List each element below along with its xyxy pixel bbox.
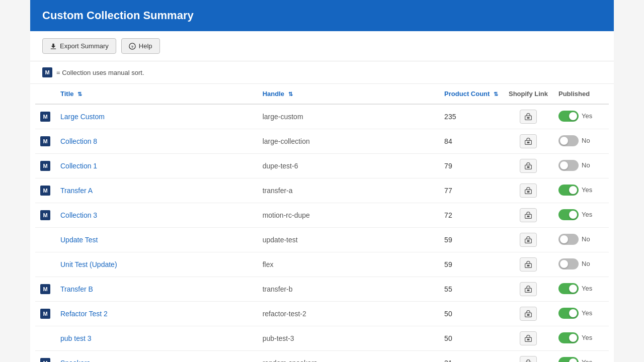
store-icon [524, 359, 532, 362]
row-shopify-link [503, 178, 553, 203]
published-toggle[interactable] [558, 160, 579, 171]
row-shopify-link [503, 228, 553, 252]
toggle-slider[interactable] [558, 308, 579, 319]
legend: M = Collection uses manual sort. [30, 61, 614, 84]
row-handle: refactor-test-2 [258, 302, 439, 326]
published-toggle[interactable] [558, 283, 579, 294]
shopify-link-button[interactable] [520, 110, 537, 124]
row-title[interactable]: Collection 1 [55, 154, 258, 178]
col-header-title[interactable]: Title ⇅ [55, 84, 258, 104]
published-label: Yes [582, 186, 592, 194]
export-button-label: Export Summary [60, 42, 109, 50]
published-toggle-wrap: Yes [558, 357, 592, 363]
toggle-slider[interactable] [558, 332, 579, 343]
row-shopify-link [503, 203, 553, 228]
row-title[interactable]: Transfer B [55, 277, 258, 302]
table-row: MRefactor Test 2refactor-test-250Yes [35, 302, 609, 326]
row-title[interactable]: Refactor Test 2 [55, 302, 258, 326]
published-toggle[interactable] [558, 209, 579, 220]
row-handle: update-test [258, 228, 439, 252]
shopify-link-button[interactable] [520, 356, 537, 362]
row-handle: large-collection [258, 129, 439, 154]
published-toggle-wrap: Yes [558, 209, 592, 220]
toggle-slider[interactable] [558, 258, 579, 269]
svg-rect-20 [527, 314, 530, 316]
svg-rect-16 [527, 265, 530, 266]
toggle-slider[interactable] [558, 234, 579, 245]
row-title[interactable]: Large Custom [55, 104, 258, 129]
row-icon-cell: M [35, 351, 55, 363]
col-header-published: Published [553, 84, 609, 104]
shopify-link-button[interactable] [520, 331, 537, 345]
table-row: Unit Test (Update)flex59No [35, 252, 609, 277]
shopify-link-button[interactable] [520, 184, 537, 198]
row-product-count: 235 [439, 104, 503, 129]
toggle-slider[interactable] [558, 160, 579, 171]
published-label: No [582, 260, 590, 267]
row-product-count: 77 [439, 178, 503, 203]
shopify-link-button[interactable] [520, 282, 537, 296]
table-row: pub test 3pub-test-350Yes [35, 326, 609, 351]
row-published: No [553, 154, 609, 178]
page-header: Custom Collection Summary [30, 0, 614, 31]
row-title[interactable]: Transfer A [55, 178, 258, 203]
row-title[interactable]: pub test 3 [55, 326, 258, 351]
shopify-link-button[interactable] [520, 257, 537, 272]
toggle-slider[interactable] [558, 357, 579, 363]
svg-rect-18 [527, 290, 530, 291]
published-label: Yes [582, 358, 592, 362]
row-title[interactable]: Collection 8 [55, 129, 258, 154]
collections-table-wrap: Title ⇅ Handle ⇅ Product Count ⇅ Shopify… [30, 84, 614, 362]
row-title[interactable]: Collection 3 [55, 203, 258, 228]
row-product-count: 59 [439, 252, 503, 277]
published-toggle[interactable] [558, 308, 579, 319]
manual-sort-badge: M [40, 309, 50, 319]
published-toggle-wrap: Yes [558, 283, 592, 294]
title-sort-icon: ⇅ [77, 91, 82, 98]
published-toggle-wrap: No [558, 160, 590, 171]
store-icon [524, 187, 532, 195]
table-row: MCollection 8large-collection84No [35, 129, 609, 154]
row-title[interactable]: Update Test [55, 228, 258, 252]
row-shopify-link [503, 351, 553, 363]
published-toggle[interactable] [558, 111, 579, 122]
published-toggle[interactable] [558, 234, 579, 245]
shopify-link-button[interactable] [520, 307, 537, 321]
help-button[interactable]: ? Help [121, 38, 160, 54]
shopify-link-button[interactable] [520, 159, 537, 173]
store-icon [524, 260, 532, 268]
published-toggle[interactable] [558, 135, 579, 146]
help-icon: ? [129, 43, 136, 50]
published-toggle[interactable] [558, 258, 579, 269]
help-button-label: Help [139, 42, 152, 50]
manual-badge: M [42, 67, 52, 77]
shopify-link-button[interactable] [520, 233, 537, 247]
shopify-link-button[interactable] [520, 208, 537, 222]
toggle-slider[interactable] [558, 283, 579, 294]
toggle-slider[interactable] [558, 111, 579, 122]
row-title[interactable]: Unit Test (Update) [55, 252, 258, 277]
row-published: Yes [553, 203, 609, 228]
col-header-product-count[interactable]: Product Count ⇅ [439, 84, 503, 104]
published-toggle[interactable] [558, 185, 579, 196]
export-summary-button[interactable]: Export Summary [42, 38, 116, 54]
row-published: Yes [553, 277, 609, 302]
store-icon [524, 211, 532, 219]
store-icon [524, 162, 532, 170]
svg-text:?: ? [131, 44, 133, 49]
row-handle: pub-test-3 [258, 326, 439, 351]
handle-sort-icon: ⇅ [288, 91, 293, 98]
row-title[interactable]: Sneakers [55, 351, 258, 363]
col-header-handle[interactable]: Handle ⇅ [258, 84, 439, 104]
published-toggle[interactable] [558, 332, 579, 343]
published-toggle-wrap: Yes [558, 332, 592, 343]
svg-rect-10 [527, 191, 530, 193]
toggle-slider[interactable] [558, 135, 579, 146]
toggle-slider[interactable] [558, 185, 579, 196]
shopify-link-button[interactable] [520, 134, 537, 148]
published-toggle[interactable] [558, 357, 579, 363]
page-title: Custom Collection Summary [42, 9, 602, 22]
toggle-slider[interactable] [558, 209, 579, 220]
row-shopify-link [503, 277, 553, 302]
table-row: MCollection 3motion-rc-dupe72Yes [35, 203, 609, 228]
